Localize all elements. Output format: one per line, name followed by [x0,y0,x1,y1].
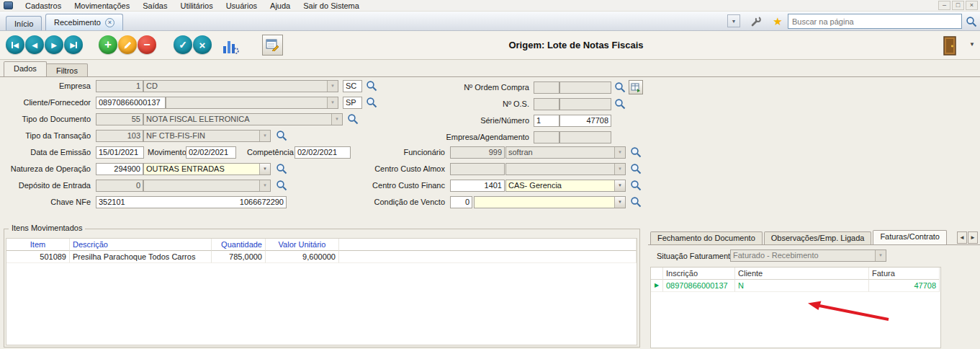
page-tab-bar: Início Recebimento × ▼ ★ [0,12,980,31]
check-icon: ✓ [179,39,187,50]
tab-faturas-contrato[interactable]: Faturas/Contrato [873,230,947,244]
serie-field[interactable]: 1 [534,115,559,127]
os-label: Nº O.S. [403,98,529,110]
numero-field[interactable]: 47708 [559,115,611,127]
ordem-compra-search-button[interactable] [614,81,626,94]
deposito-code-field: 0 [96,180,143,192]
condicao-vencto-code-field[interactable]: 0 [450,196,472,208]
document-view-button[interactable] [262,35,283,56]
combo-arrow-icon: ▼ [259,180,270,191]
cliente-code-field[interactable]: 08970866000137 [96,97,166,109]
toolbar-overflow-chevron-icon[interactable]: ▼ [969,41,975,48]
empresa-search-button[interactable] [366,80,378,92]
natureza-search-button[interactable] [276,163,288,175]
tab-panel-border [0,76,980,77]
chevron-down-icon: ▼ [732,19,737,24]
tools-button[interactable] [749,14,763,29]
chave-nfe-field[interactable]: 352101 1066672290 [96,196,287,208]
nav-previous-button[interactable]: ◀ [25,35,44,54]
table-row[interactable]: 501089 Presilha Parachoque Todos Carros … [6,251,637,263]
menu-usuarios[interactable]: Usuários [220,0,264,12]
faturas-grid: Inscrição Cliente Fatura ▶ 0897086600013… [650,267,941,348]
nav-next-button[interactable]: ▶ [45,35,63,54]
nav-first-button[interactable]: ◀ [6,35,24,54]
tab-scroll-right-button[interactable]: ► [968,231,978,244]
empresa-agendamento-field-2 [559,131,611,143]
chart-button[interactable] [220,36,240,56]
natureza-code-field[interactable]: 294900 [96,163,143,175]
centro-custo-financ-combo[interactable]: CAS- Gerencia ▼ [505,180,626,192]
os-search-button[interactable] [614,98,626,110]
empresa-name-combo: CD ▼ [143,80,338,92]
combo-arrow-icon: ▼ [327,97,338,108]
tab-dados[interactable]: Dados [4,61,47,76]
fatura-row[interactable]: ▶ 08970866000137 N 47708 [651,280,940,292]
funcionario-search-button[interactable] [630,146,642,159]
nav-last-button[interactable]: ▶ [64,35,83,54]
tipo-transacao-search-button[interactable] [276,130,288,142]
search-icon [614,98,626,110]
tipo-documento-search-button[interactable] [347,113,359,125]
natureza-operacao-label: Natureza de Operação [0,163,91,175]
tab-close-icon[interactable]: × [105,18,114,27]
centro-custo-financ-code-field[interactable]: 1401 [450,180,505,192]
edit-record-button[interactable] [118,35,137,54]
search-input[interactable] [788,14,962,29]
confirm-button[interactable]: ✓ [174,35,192,54]
data-emissao-field[interactable]: 15/01/2021 [96,146,144,159]
centro-custo-financ-search-button[interactable] [630,180,642,192]
tab-fechamento-documento[interactable]: Fechamento do Documento [650,231,763,244]
cell-quantidade: 785,0000 [212,251,266,263]
col-quantidade: Quantidade [212,239,266,251]
search-icon [347,113,359,125]
cliente-search-button[interactable] [366,97,378,109]
minimize-button[interactable]: – [938,1,950,10]
deposito-search-button[interactable] [276,180,288,192]
deposito-combo: ▼ [143,180,271,192]
combo-arrow-icon[interactable]: ▼ [259,164,270,174]
ordem-compra-grid-button[interactable] [629,80,643,94]
tab-filtros[interactable]: Filtros [46,63,88,76]
itens-table: Item Descrição Quantidade Valor Unitário… [6,238,637,345]
tab-scroll-left-button[interactable]: ◄ [957,231,967,244]
cell-fatura: 47708 [869,280,940,292]
competencia-label: Competência [247,146,293,159]
tab-recebimento[interactable]: Recebimento × [45,14,123,30]
combo-arrow-icon[interactable]: ▼ [614,180,625,191]
natureza-combo[interactable]: OUTRAS ENTRADAS ▼ [143,163,271,175]
combo-arrow-icon[interactable]: ▼ [614,197,625,208]
add-record-button[interactable]: + [99,35,117,54]
tab-inicio[interactable]: Início [6,16,42,30]
panel-dropdown-button[interactable]: ▼ [727,14,740,27]
cancel-button[interactable]: × [193,35,212,54]
condicao-vencto-combo[interactable]: ▼ [474,196,626,208]
menu-ajuda[interactable]: Ajuda [264,0,297,12]
maximize-button[interactable]: □ [952,1,964,10]
centro-custo-almox-search-button[interactable] [630,163,642,175]
menu-movimentacoes[interactable]: Movimentações [68,0,136,12]
os-field-1 [534,98,559,110]
cell-cliente: N [735,280,869,292]
search-icon [630,146,642,158]
menu-sair-do-sistema[interactable]: Sair do Sistema [297,0,366,12]
exit-button[interactable] [940,35,961,56]
empresa-code-field: 1 [96,80,143,92]
menu-cadastros[interactable]: Cadastros [19,0,68,12]
combo-arrow-icon: ▼ [614,164,625,174]
empresa-uf-field[interactable]: SC [343,80,362,92]
favorite-button[interactable]: ★ [770,14,785,29]
os-field-2 [559,98,611,110]
last-record-icon: ▶ [70,41,77,49]
search-button[interactable] [964,14,978,28]
empresa-agendamento-field-1 [534,131,559,143]
close-button[interactable]: × [966,1,978,10]
centro-custo-almox-code-field [450,163,505,175]
cliente-uf-field[interactable]: SP [343,97,362,109]
condicao-vencto-search-button[interactable] [630,196,642,208]
chave-nfe-end: 1066672290 [240,197,284,208]
delete-record-button[interactable]: − [138,35,156,54]
movimento-field[interactable]: 02/02/2021 [186,146,236,159]
menu-saidas[interactable]: Saídas [136,0,174,12]
tab-observacoes-emp-ligada[interactable]: Observações/Emp. Ligada [764,231,872,244]
menu-utilitarios[interactable]: Utilitários [174,0,219,12]
